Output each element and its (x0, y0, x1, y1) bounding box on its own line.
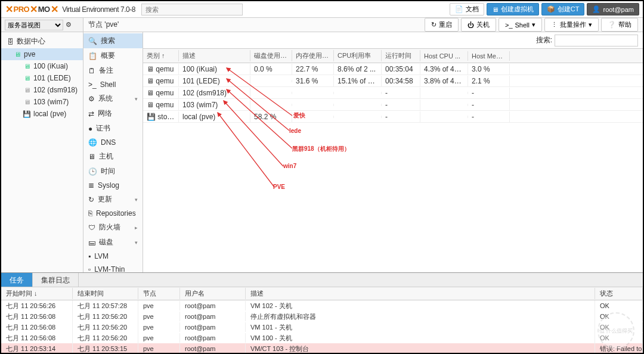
subnav-shell[interactable]: >_ Shell (83, 78, 143, 91)
user-menu-button[interactable]: 👤 root@pam (587, 3, 639, 15)
tree-node-pve[interactable]: pve (1, 48, 83, 60)
col-desc[interactable]: 描述 (179, 50, 250, 61)
subnav-disks[interactable]: 🖴 磁盘▾ (83, 235, 143, 250)
reboot-button[interactable]: ↻ 重启 (425, 18, 459, 32)
tree-view-select[interactable]: 服务器视图 (5, 20, 63, 30)
log-col-end[interactable]: 结束时间 (73, 288, 138, 299)
svg-line-4 (218, 113, 274, 187)
subnav-updates[interactable]: ↻ 更新▾ (83, 192, 143, 207)
log-row[interactable]: 七月 11 20:56:08七月 11 20:56:20pveroot@pam停… (1, 311, 643, 322)
resource-tree-panel: 服务器视图 ⚙ 数据中心 pve 100 (iKuai) 101 (LEDE) … (1, 18, 83, 272)
log-col-status[interactable]: 状态 (595, 288, 643, 299)
tree-vm-100[interactable]: 100 (iKuai) (1, 60, 83, 72)
tree-storage-local[interactable]: local (pve) (1, 108, 83, 120)
tree-vm-103[interactable]: 103 (wim7) (1, 96, 83, 108)
content-title: 节点 'pve' (88, 20, 119, 30)
tab-cluster-log[interactable]: 集群日志 (33, 273, 79, 287)
docs-button[interactable]: 📄 文档 (450, 3, 484, 15)
resource-table: 类别 ↑ 描述 磁盘使用率... 内存使用率... CPU利用率 运行时间 Ho… (143, 49, 643, 123)
log-col-node[interactable]: 节点 (138, 288, 180, 299)
col-type[interactable]: 类别 ↑ (143, 50, 179, 61)
subnav-system[interactable]: ⚙ 系统▾ (83, 91, 143, 106)
create-ct-button[interactable]: 📦 创建CT (541, 3, 585, 15)
subnav-lvm[interactable]: ▪ LVM (83, 250, 143, 263)
global-search-input[interactable] (141, 4, 243, 15)
tree-vm-101[interactable]: 101 (LEDE) (1, 72, 83, 84)
bulk-actions-button[interactable]: ⋮ 批量操作 ▾ (544, 18, 599, 32)
shutdown-button[interactable]: ⏻ 关机 (461, 18, 496, 32)
tree-datacenter[interactable]: 数据中心 (1, 35, 83, 48)
table-row[interactable]: 🖥 qemu100 (iKuai)0.0 %22.7 %8.6% of 2 ..… (143, 63, 643, 75)
top-bar: ✕PRO✕MO✕ Virtual Environment 7.0-8 📄 文档 … (1, 1, 643, 18)
table-row[interactable]: 🖥 qemu102 (dsm918)-- (143, 87, 643, 99)
subnav-dns[interactable]: 🌐 DNS (83, 136, 143, 149)
subnav-host[interactable]: 🖥 主机 (83, 149, 143, 164)
subnav-repos[interactable]: ⎘ Repositories (83, 207, 143, 220)
log-col-start[interactable]: 开始时间 ↓ (1, 288, 73, 299)
col-disk[interactable]: 磁盘使用率... (250, 50, 292, 61)
help-button[interactable]: ❔ 帮助 (601, 18, 638, 32)
watermark: 值 什么值得买 (597, 312, 634, 349)
table-row[interactable]: 🖥 qemu103 (wim7)-- (143, 99, 643, 111)
subnav-notes[interactable]: 🗒 备注 (83, 63, 143, 78)
table-row[interactable]: 💾 storagelocal (pve)58.2 %-- (143, 111, 643, 123)
subnav-firewall[interactable]: 🛡 防火墙▸ (83, 220, 143, 235)
content-search-input[interactable] (555, 35, 638, 46)
col-mem[interactable]: 内存使用率... (292, 50, 334, 61)
subnav-cert[interactable]: ● 证书 (83, 121, 143, 136)
col-hostcpu[interactable]: Host CPU ... (420, 51, 468, 61)
tab-tasks[interactable]: 任务 (1, 273, 33, 287)
subnav-summary[interactable]: 📋 概要 (83, 48, 143, 63)
logo: ✕PRO✕MO✕ Virtual Environment 7.0-8 (5, 4, 135, 15)
log-row[interactable]: 七月 11 20:56:26七月 11 20:57:28pveroot@pamV… (1, 300, 643, 311)
search-label: 搜索: (536, 35, 552, 45)
subnav-time[interactable]: 🕒 时间 (83, 164, 143, 179)
subnav-syslog[interactable]: ≣ Syslog (83, 179, 143, 192)
shell-button[interactable]: >_ Shell ▾ (499, 18, 542, 32)
col-uptime[interactable]: 运行时间 (382, 50, 420, 61)
create-vm-button[interactable]: 🖥 创建虚拟机 (487, 3, 539, 15)
col-hostmem[interactable]: Host Mem... (468, 51, 510, 61)
subnav-network[interactable]: ⇄ 网络 (83, 106, 143, 121)
log-row[interactable]: 七月 11 20:53:14七月 11 20:53:15pveroot@pamV… (1, 343, 643, 354)
tree-vm-102[interactable]: 102 (dsm918) (1, 84, 83, 96)
log-row[interactable]: 七月 11 20:56:08七月 11 20:56:20pveroot@pamV… (1, 322, 643, 333)
task-log-panel: 任务 集群日志 开始时间 ↓ 结束时间 节点 用户名 描述 状态 七月 11 2… (1, 272, 643, 353)
log-row[interactable]: 七月 11 20:56:08七月 11 20:56:20pveroot@pamV… (1, 333, 643, 343)
log-col-desc[interactable]: 描述 (246, 288, 595, 299)
subnav-search[interactable]: 🔍 搜索 (83, 33, 143, 48)
log-col-user[interactable]: 用户名 (180, 288, 246, 299)
col-cpu[interactable]: CPU利用率 (334, 50, 382, 61)
table-row[interactable]: 🖥 qemu101 (LEDE)31.6 %15.1% of 1 ...00:3… (143, 75, 643, 87)
